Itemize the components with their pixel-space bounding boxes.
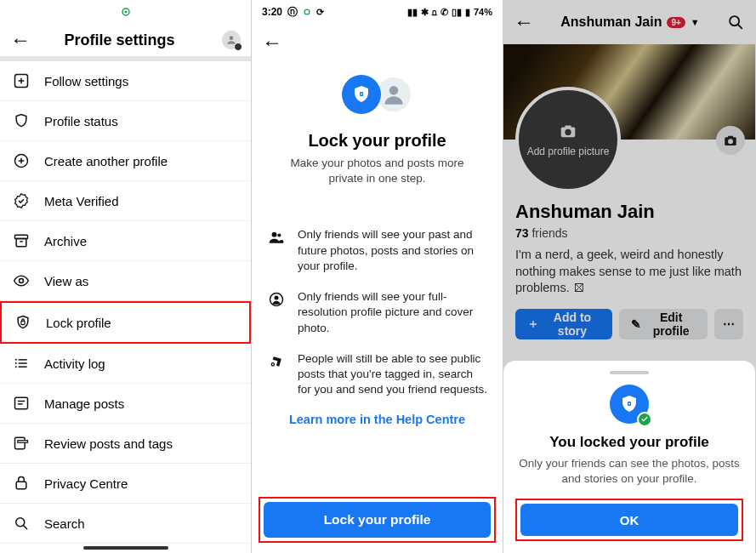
cell-icon: ▯▮ <box>452 7 462 18</box>
archive-icon <box>12 231 31 250</box>
learn-more-link[interactable]: Learn more in the Help Centre <box>252 413 503 426</box>
lock-subtitle: Make your photos and posts more private … <box>272 156 482 186</box>
hero: Lock your profile Make your photos and p… <box>252 71 503 186</box>
sheet-handle[interactable] <box>610 371 649 374</box>
settings-item-post[interactable]: Manage posts <box>0 384 251 424</box>
settings-item-label: Meta Verified <box>44 194 119 208</box>
lock-profile-button[interactable]: Lock your profile <box>264 502 491 538</box>
settings-item-label: Archive <box>44 234 87 248</box>
status-time: 3:20 <box>262 6 282 18</box>
review-icon <box>12 434 31 453</box>
settings-item-search[interactable]: Search <box>0 504 251 544</box>
battery-pct: 74% <box>474 7 492 17</box>
svg-rect-13 <box>21 321 25 324</box>
svg-point-19 <box>15 366 17 368</box>
settings-item-archive[interactable]: Archive <box>0 221 251 261</box>
settings-item-label: Review posts and tags <box>44 436 173 451</box>
svg-point-32 <box>361 94 362 95</box>
svg-point-1 <box>124 11 127 14</box>
svg-rect-24 <box>18 441 28 443</box>
box-plus-icon <box>12 71 31 90</box>
svg-rect-20 <box>15 397 28 408</box>
cta-highlight: Lock your profile <box>259 497 496 543</box>
settings-item-label: Profile status <box>44 114 118 128</box>
svg-point-33 <box>272 232 277 237</box>
svg-point-12 <box>20 279 24 283</box>
settings-item-label: Lock profile <box>46 316 111 330</box>
shield-lock-icon <box>342 75 381 114</box>
svg-point-29 <box>304 9 310 14</box>
home-indicator <box>83 546 168 550</box>
header: ← <box>252 24 503 61</box>
wifi-icon: ⩍ <box>432 7 437 17</box>
hero-graphic <box>335 71 420 123</box>
confirmation-sheet: You locked your profile Only your friend… <box>503 361 755 553</box>
benefit-text: People will still be able to see public … <box>298 351 487 398</box>
svg-line-27 <box>24 526 27 529</box>
settings-item-label: View as <box>44 274 88 288</box>
status-sync-icon: ⟳ <box>316 7 324 18</box>
signal-bars-icon: ▮▮ <box>407 7 418 18</box>
bluetooth-icon: ✱ <box>421 7 429 18</box>
profile-avatar-icon[interactable] <box>222 31 241 49</box>
search-icon <box>12 514 31 533</box>
header: ← Profile settings <box>0 24 251 61</box>
benefit-point: People will still be able to see public … <box>267 351 487 398</box>
back-arrow-icon[interactable]: ← <box>10 28 31 52</box>
benefit-icon <box>267 351 286 398</box>
benefit-icon <box>267 227 286 274</box>
shield-icon <box>12 111 31 130</box>
profile-panel: ← Anshuman Jain 9+ ▼ Add profile picture… <box>503 0 756 553</box>
phone-icon: ✆ <box>441 7 448 18</box>
eye-icon <box>12 271 31 290</box>
benefit-text: Only friends will see your full-resoluti… <box>298 289 487 336</box>
settings-item-privacy[interactable]: Privacy Centre <box>0 464 251 504</box>
profile-settings-panel: ← Profile settings Follow settingsProfil… <box>0 0 252 553</box>
svg-point-34 <box>277 234 281 237</box>
settings-item-label: Create another profile <box>44 154 168 168</box>
benefit-point: Only friends will see your full-resoluti… <box>267 289 487 336</box>
benefit-icon <box>267 289 286 336</box>
circle-plus-icon <box>12 151 31 170</box>
shield-lock-icon <box>14 313 32 332</box>
svg-rect-23 <box>15 437 26 448</box>
settings-item-verified[interactable]: Meta Verified <box>0 181 251 221</box>
settings-item-label: Manage posts <box>44 396 124 411</box>
page-title: Profile settings <box>32 31 207 49</box>
status-bar: 3:20 ⓝ ⟳ ▮▮ ✱ ⩍ ✆ ▯▮ ▮ 74% <box>252 0 503 24</box>
svg-rect-10 <box>16 239 26 247</box>
back-arrow-icon[interactable]: ← <box>262 31 282 54</box>
verified-icon <box>12 191 31 210</box>
list-icon <box>12 354 31 373</box>
benefit-text: Only friends will see your past and futu… <box>298 227 487 274</box>
sheet-subtitle: Only your friends can see the photos, po… <box>515 456 743 487</box>
checkmark-badge-icon <box>637 412 652 427</box>
settings-item-box-plus[interactable]: Follow settings <box>0 61 251 101</box>
settings-list: Follow settingsProfile statusCreate anot… <box>0 61 251 553</box>
battery-icon: ▮ <box>465 7 470 18</box>
settings-item-label: Follow settings <box>44 74 128 88</box>
shield-lock-icon <box>610 385 649 424</box>
lock-title: Lock your profile <box>308 131 446 151</box>
svg-point-30 <box>389 86 398 95</box>
settings-item-eye[interactable]: View as <box>0 261 251 301</box>
privacy-icon <box>12 474 31 493</box>
settings-item-review[interactable]: Review posts and tags <box>0 424 251 464</box>
lock-profile-panel: 3:20 ⓝ ⟳ ▮▮ ✱ ⩍ ✆ ▯▮ ▮ 74% ← Lock your p… <box>252 0 503 553</box>
settings-item-list[interactable]: Activity log <box>0 344 251 384</box>
svg-point-36 <box>275 296 279 300</box>
settings-item-circle-plus[interactable]: Create another profile <box>0 141 251 181</box>
app-dot-icon <box>121 7 131 17</box>
settings-item-shield-lock[interactable]: Lock profile <box>0 301 251 344</box>
status-dot-icon <box>303 8 311 16</box>
status-bar <box>0 0 251 24</box>
svg-point-37 <box>271 362 274 365</box>
settings-item-label: Privacy Centre <box>44 476 128 491</box>
ok-highlight: OK <box>515 499 743 541</box>
sheet-title: You locked your profile <box>515 434 743 451</box>
benefit-point: Only friends will see your past and futu… <box>267 227 487 274</box>
status-nfc-icon: ⓝ <box>287 5 298 20</box>
ok-button[interactable]: OK <box>520 504 738 536</box>
svg-point-17 <box>15 359 17 361</box>
settings-item-shield[interactable]: Profile status <box>0 101 251 141</box>
